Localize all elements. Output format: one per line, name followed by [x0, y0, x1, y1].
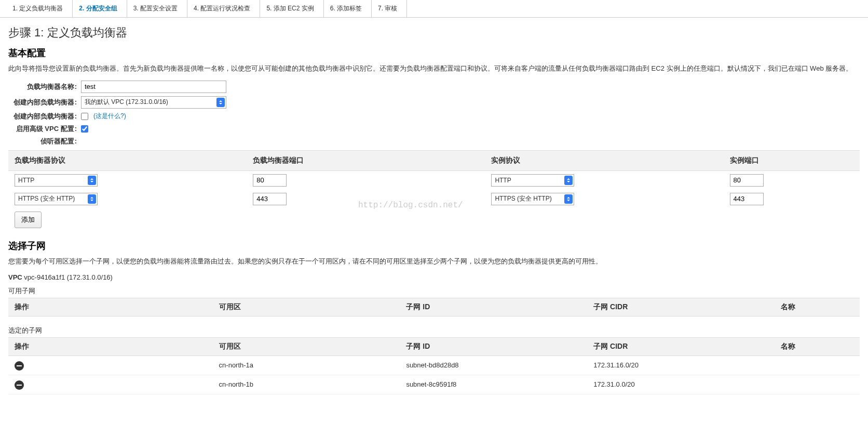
internal-lb-label: 创建内部负载均衡器 — [8, 112, 81, 121]
cell-subnet-id-0: subnet-bd8d28d8 — [400, 355, 587, 375]
vpc-select[interactable]: 我的默认 VPC (172.31.0.0/16) — [81, 96, 226, 109]
th-inst-port: 实例端口 — [724, 150, 860, 170]
th-cidr-sel: 子网 CIDR — [587, 337, 775, 355]
wizard-tab-2[interactable]: 2. 分配安全组 — [73, 0, 127, 17]
listener-table: 负载均衡器协议 负载均衡器端口 实例协议 实例端口 HTTP HTTP — [8, 150, 860, 208]
wizard-tab-1[interactable]: 1. 定义负载均衡器 — [6, 0, 73, 17]
th-name-sel: 名称 — [775, 337, 860, 355]
add-listener-button[interactable]: 添加 — [15, 212, 42, 228]
adv-vpc-label: 启用高级 VPC 配置 — [8, 124, 81, 134]
adv-vpc-checkbox[interactable] — [81, 125, 88, 133]
cell-name-0 — [775, 355, 860, 375]
available-subnets-title: 可用子网 — [8, 286, 860, 296]
th-op: 操作 — [8, 298, 213, 316]
th-subnet-id-sel: 子网 ID — [400, 337, 587, 355]
wizard-tabs: 1. 定义负载均衡器 2. 分配安全组 3. 配置安全设置 4. 配置运行状况检… — [0, 0, 868, 18]
subnet-desc: 您需要为每个可用区选择一个子网，以便您的负载均衡器能将流量路由过去。如果您的实例… — [8, 256, 860, 267]
available-subnets-table: 操作 可用区 子网 ID 子网 CIDR 名称 — [8, 298, 860, 316]
wizard-tab-6[interactable]: 6. 添加标签 — [324, 0, 372, 17]
basic-config-desc: 此向导将指导您设置新的负载均衡器。首先为新负载均衡器提供唯一名称，以使您可从可能… — [8, 63, 860, 74]
chevron-updown-icon — [88, 194, 96, 204]
th-lb-port: 负载均衡器端口 — [247, 150, 485, 170]
lb-name-input[interactable] — [81, 81, 226, 93]
lb-port-input-0[interactable] — [253, 174, 287, 187]
cell-az-1: cn-north-1b — [213, 375, 400, 394]
listener-row: HTTPS (安全 HTTP) HTTPS (安全 HTTP) — [8, 190, 860, 208]
inst-protocol-value-1: HTTPS (安全 HTTP) — [495, 194, 551, 203]
inst-port-input-0[interactable] — [730, 174, 764, 187]
chevron-updown-icon — [88, 176, 96, 185]
listener-row: HTTP HTTP — [8, 170, 860, 190]
chevron-updown-icon — [564, 176, 573, 185]
th-az: 可用区 — [213, 298, 400, 316]
lb-protocol-value-1: HTTPS (安全 HTTP) — [18, 194, 75, 203]
cell-name-1 — [775, 375, 860, 394]
selected-subnets-table: 操作 可用区 子网 ID 子网 CIDR 名称 cn-north-1a subn… — [8, 337, 860, 394]
vpc-value: vpc-9416a1f1 (172.31.0.0/16) — [24, 273, 113, 281]
cell-cidr-0: 172.31.16.0/20 — [587, 355, 775, 375]
inst-port-input-1[interactable] — [730, 193, 764, 205]
step-title: 步骤 1: 定义负载均衡器 — [8, 25, 860, 41]
remove-subnet-icon[interactable] — [15, 380, 24, 390]
cell-cidr-1: 172.31.0.0/20 — [587, 375, 775, 394]
lb-protocol-select-0[interactable]: HTTP — [15, 174, 98, 187]
inst-protocol-value-0: HTTP — [495, 177, 511, 184]
basic-config-title: 基本配置 — [8, 47, 860, 59]
lb-name-label: 负载均衡器名称 — [8, 82, 81, 91]
th-op-sel: 操作 — [8, 337, 213, 355]
chevron-updown-icon — [216, 98, 225, 107]
table-row: cn-north-1a subnet-bd8d28d8 172.31.16.0/… — [8, 355, 860, 375]
table-row: cn-north-1b subnet-8c9591f8 172.31.0.0/2… — [8, 375, 860, 394]
th-subnet-id: 子网 ID — [400, 298, 587, 316]
selected-subnets-title: 选定的子网 — [8, 326, 860, 335]
th-name: 名称 — [775, 298, 860, 316]
vpc-label: VPC — [8, 273, 22, 281]
lb-port-input-1[interactable] — [253, 193, 287, 205]
inst-protocol-select-1[interactable]: HTTPS (安全 HTTP) — [491, 193, 574, 205]
th-az-sel: 可用区 — [213, 337, 400, 355]
th-cidr: 子网 CIDR — [587, 298, 775, 316]
th-lb-protocol: 负载均衡器协议 — [8, 150, 247, 170]
internal-lb-checkbox[interactable] — [81, 113, 88, 120]
wizard-tab-4[interactable]: 4. 配置运行状况检查 — [187, 0, 260, 17]
chevron-updown-icon — [564, 194, 573, 204]
vpc-select-value: 我的默认 VPC (172.31.0.0/16) — [85, 98, 168, 107]
th-inst-protocol: 实例协议 — [485, 150, 723, 170]
vpc-select-label: 创建内部负载均衡器 — [8, 98, 81, 107]
cell-subnet-id-1: subnet-8c9591f8 — [400, 375, 587, 394]
listener-config-label: 侦听器配置 — [8, 137, 81, 146]
lb-protocol-value-0: HTTP — [18, 177, 34, 184]
cell-az-0: cn-north-1a — [213, 355, 400, 375]
wizard-tab-7[interactable]: 7. 审核 — [372, 0, 407, 17]
what-is-this-link[interactable]: (这是什么?) — [93, 112, 126, 121]
wizard-tab-5[interactable]: 5. 添加 EC2 实例 — [260, 0, 323, 17]
lb-protocol-select-1[interactable]: HTTPS (安全 HTTP) — [15, 193, 98, 205]
vpc-line: VPC vpc-9416a1f1 (172.31.0.0/16) — [8, 273, 860, 281]
subnet-section-title: 选择子网 — [8, 240, 860, 252]
remove-subnet-icon[interactable] — [15, 361, 24, 371]
wizard-tab-3[interactable]: 3. 配置安全设置 — [127, 0, 187, 17]
inst-protocol-select-0[interactable]: HTTP — [491, 174, 574, 187]
